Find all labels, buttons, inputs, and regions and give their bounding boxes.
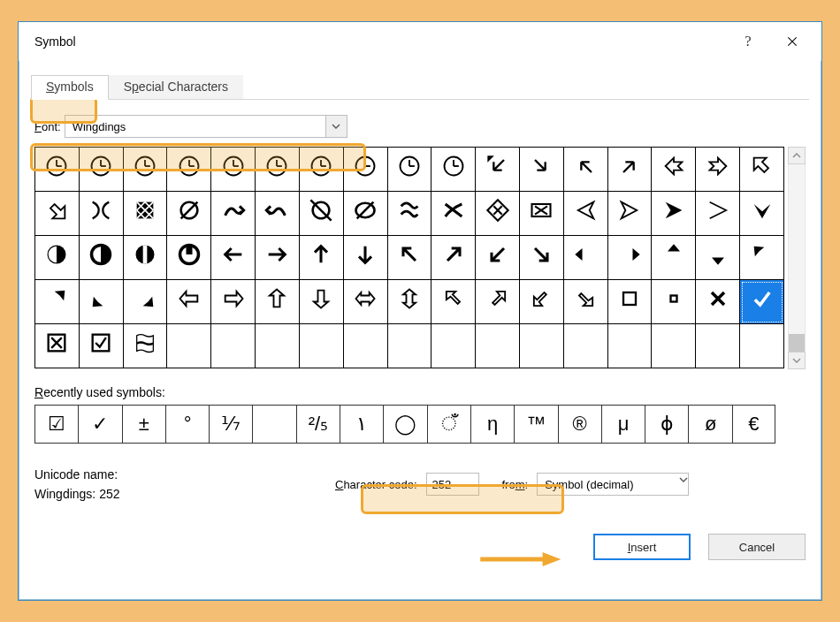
symbol-cell[interactable] [740,148,784,192]
tab-symbols[interactable]: Symbols [31,75,109,100]
symbol-cell[interactable] [740,192,784,236]
recent-symbol[interactable]: ١ [340,405,383,444]
from-combo[interactable] [537,473,689,496]
symbol-cell[interactable] [35,280,80,324]
symbol-cell[interactable] [476,236,520,280]
insert-button[interactable]: Insert [593,534,691,560]
symbol-cell[interactable] [167,148,211,192]
close-button[interactable] [770,22,814,61]
from-dropdown-button[interactable] [679,474,688,495]
symbol-cell[interactable] [256,280,300,324]
symbol-cell[interactable] [696,324,740,368]
symbol-cell[interactable] [211,280,256,324]
recent-symbol[interactable]: ± [122,405,165,444]
symbol-cell[interactable] [299,324,343,368]
scroll-thumb[interactable] [789,334,805,352]
symbol-cell[interactable] [79,280,123,324]
symbol-cell[interactable] [652,148,696,192]
recent-symbol[interactable]: ²/₅ [296,405,340,444]
symbol-cell[interactable] [607,192,652,236]
symbol-cell[interactable] [519,148,563,192]
symbol-cell[interactable] [211,192,256,236]
symbol-cell[interactable] [343,192,387,236]
symbol-cell[interactable] [476,280,520,324]
symbol-cell[interactable] [299,280,343,324]
symbol-cell[interactable] [652,324,696,368]
symbol-cell[interactable] [256,324,300,368]
symbol-cell[interactable] [211,324,256,368]
tab-special-characters[interactable]: Special Characters [109,75,243,100]
symbol-cell[interactable] [299,236,343,280]
symbol-cell[interactable] [299,192,343,236]
symbol-cell[interactable] [35,324,80,368]
symbol-cell[interactable] [343,324,387,368]
symbol-cell[interactable] [696,148,740,192]
recent-symbol[interactable] [252,405,295,444]
recent-symbol[interactable]: μ [601,405,645,444]
cancel-button[interactable]: Cancel [708,534,806,560]
symbol-cell[interactable] [299,148,343,192]
symbol-cell[interactable] [123,280,167,324]
symbol-cell[interactable] [35,148,80,192]
symbol-cell[interactable] [476,192,520,236]
symbol-cell[interactable] [343,280,387,324]
recent-symbol[interactable]: ɸ [645,405,688,444]
symbol-cell[interactable] [563,280,607,324]
symbol-cell[interactable] [476,324,520,368]
symbol-cell[interactable] [35,236,80,280]
symbol-cell[interactable] [740,280,784,324]
symbol-cell[interactable] [35,192,80,236]
symbol-grid[interactable] [34,147,784,368]
recent-symbol[interactable]: ◯ [383,405,426,444]
symbol-cell[interactable] [387,148,431,192]
symbol-cell[interactable] [740,324,784,368]
recent-symbol[interactable]: € [732,405,775,444]
symbol-cell[interactable] [519,280,563,324]
symbol-cell[interactable] [256,192,300,236]
char-code-input[interactable] [426,473,479,496]
symbol-cell[interactable] [211,236,256,280]
scroll-up-button[interactable] [788,147,806,164]
symbol-cell[interactable] [519,236,563,280]
symbol-cell[interactable] [167,192,211,236]
recent-symbol[interactable]: ☑ [34,405,78,444]
symbol-cell[interactable] [123,148,167,192]
symbol-cell[interactable] [740,236,784,280]
symbol-cell[interactable] [607,148,652,192]
symbol-cell[interactable] [607,324,652,368]
recent-symbol[interactable]: ° [165,405,209,444]
recent-symbol[interactable]: ® [558,405,601,444]
font-combo[interactable] [65,115,347,138]
symbol-cell[interactable] [431,148,476,192]
recent-symbol[interactable]: ø [688,405,731,444]
symbol-cell[interactable] [476,148,520,192]
recent-symbol[interactable]: ⅟₇ [209,405,252,444]
symbol-cell[interactable] [343,148,387,192]
symbol-cell[interactable] [79,324,123,368]
recent-symbol[interactable]: ँ [427,405,470,444]
symbol-cell[interactable] [211,148,256,192]
symbol-cell[interactable] [652,192,696,236]
symbol-cell[interactable] [563,192,607,236]
symbol-cell[interactable] [652,280,696,324]
recent-symbol[interactable]: ™ [514,405,557,444]
symbol-cell[interactable] [563,148,607,192]
symbol-cell[interactable] [123,192,167,236]
symbol-cell[interactable] [79,192,123,236]
help-button[interactable]: ? [726,22,770,61]
symbol-cell[interactable] [256,236,300,280]
symbol-cell[interactable] [696,236,740,280]
symbol-cell[interactable] [431,192,476,236]
symbol-cell[interactable] [696,280,740,324]
symbol-cell[interactable] [519,324,563,368]
symbol-cell[interactable] [387,192,431,236]
symbol-cell[interactable] [387,280,431,324]
symbol-cell[interactable] [563,324,607,368]
symbol-cell[interactable] [343,236,387,280]
symbol-cell[interactable] [79,148,123,192]
symbol-cell[interactable] [607,280,652,324]
symbol-cell[interactable] [123,324,167,368]
scroll-track[interactable] [788,164,806,352]
symbol-cell[interactable] [563,236,607,280]
symbol-cell[interactable] [519,192,563,236]
